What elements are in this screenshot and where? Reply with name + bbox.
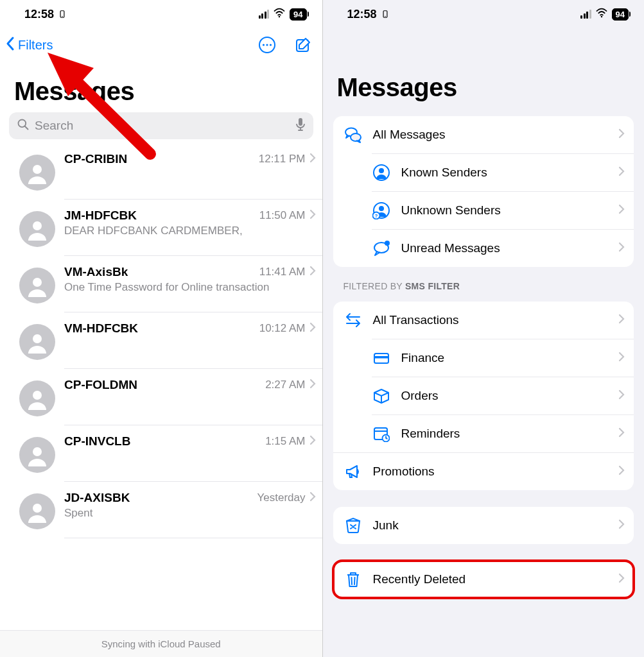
svg-point-1 (62, 16, 62, 17)
conversation-row[interactable]: VM-HDFCBK10:12 AM (0, 312, 322, 369)
filter-unread-messages[interactable]: Unread Messages (372, 229, 634, 267)
chevron-right-icon (618, 313, 625, 327)
filter-all-messages[interactable]: All Messages (333, 116, 634, 153)
trash-icon (344, 570, 363, 589)
chevron-right-icon (618, 203, 625, 218)
filter-junk[interactable]: Junk (333, 507, 634, 544)
chevron-right-icon (618, 389, 625, 403)
conversation-row[interactable]: CP-FOLDMN2:27 AM (0, 369, 322, 425)
filter-recently-deleted[interactable]: Recently Deleted (333, 561, 634, 598)
filter-label: Unknown Senders (401, 203, 609, 218)
avatar-icon (19, 493, 55, 529)
svg-point-19 (600, 15, 602, 17)
chevron-right-icon (309, 491, 316, 505)
conversation-time: 11:50 AM (259, 209, 306, 222)
conversation-name: CP-FOLDMN (64, 378, 137, 392)
compose-button[interactable] (294, 36, 312, 54)
wifi-icon (595, 8, 608, 21)
filter-label: Junk (373, 518, 609, 533)
filter-group-junk: Junk (333, 507, 634, 544)
conversation-time: 2:27 AM (265, 379, 305, 391)
conversation-row[interactable]: JD-AXISBKYesterday Spent (0, 482, 322, 538)
svg-point-4 (262, 44, 264, 46)
filter-group-recently-deleted: Recently Deleted (333, 561, 634, 598)
filter-label: All Transactions (373, 313, 609, 327)
more-menu-button[interactable] (258, 36, 276, 54)
credit-card-icon (372, 348, 391, 368)
page-title: Messages (0, 59, 322, 112)
conversation-row[interactable]: JM-HDFCBK11:50 AM DEAR HDFCBANK CARDMEMB… (0, 200, 322, 256)
phone-right-filters-list: 12:58 94 Messages All Messages (322, 0, 645, 657)
conversation-preview (64, 166, 316, 168)
svg-point-13 (33, 334, 42, 343)
filter-orders[interactable]: Orders (372, 377, 634, 414)
filter-group-main: All Messages Known Senders ? Unknown Sen… (333, 116, 634, 267)
conversation-row[interactable]: CP-INVCLB1:15 AM (0, 425, 322, 482)
svg-point-12 (33, 278, 42, 287)
conversation-row[interactable]: CP-CRIBIN12:11 PM (0, 143, 322, 200)
svg-point-16 (33, 504, 42, 513)
dictation-icon[interactable] (295, 117, 306, 134)
conversation-time: 10:12 AM (259, 322, 306, 335)
svg-rect-31 (374, 356, 388, 359)
conversation-time: 12:11 PM (259, 153, 306, 166)
conversation-row[interactable]: VM-AxisBk11:41 AM One Time Password for … (0, 256, 322, 312)
svg-point-23 (379, 168, 384, 173)
svg-point-18 (385, 16, 385, 17)
person-circle-icon (372, 163, 391, 182)
back-label: Filters (18, 38, 53, 53)
wifi-icon (273, 8, 286, 21)
conversation-preview: DEAR HDFCBANK CARDMEMBER, (64, 223, 316, 237)
search-field[interactable] (9, 112, 313, 139)
chevron-right-icon (309, 266, 316, 279)
conversation-name: VM-AxisBk (64, 265, 128, 279)
filter-unknown-senders[interactable]: ? Unknown Senders (372, 191, 634, 229)
svg-point-29 (385, 241, 390, 246)
cellular-signal-icon (580, 10, 591, 19)
section-header: FILTERED BY SMS FILTER (323, 267, 645, 294)
chevron-right-icon (618, 241, 625, 255)
filter-promotions[interactable]: Promotions (333, 452, 634, 490)
chevron-right-icon (618, 572, 625, 586)
chevron-right-icon (618, 166, 625, 180)
conversation-preview: Spent (64, 505, 316, 520)
sync-status: Syncing with iCloud Paused (0, 630, 322, 657)
conversation-list[interactable]: CP-CRIBIN12:11 PM JM-HDFCBK11:50 AM DEAR… (0, 143, 322, 630)
battery-indicator: 94 (612, 8, 629, 21)
filter-group-sms: All Transactions Finance Orders Reminder… (333, 302, 634, 490)
status-bar: 12:58 94 (323, 0, 645, 28)
filter-label: Reminders (401, 427, 609, 441)
svg-point-6 (269, 44, 271, 46)
search-input[interactable] (35, 119, 290, 133)
filter-all-transactions[interactable]: All Transactions (333, 302, 634, 339)
chevron-right-icon (309, 209, 316, 223)
chevron-right-icon (618, 351, 625, 365)
filter-label: Orders (401, 389, 609, 403)
filter-finance[interactable]: Finance (372, 339, 634, 377)
chevron-right-icon (309, 322, 316, 336)
svg-point-2 (279, 15, 281, 17)
svg-text:?: ? (374, 213, 378, 219)
conversation-preview (64, 392, 316, 394)
filter-label: All Messages (373, 128, 609, 142)
junk-bin-icon (344, 516, 363, 535)
status-time: 12:58 (347, 8, 377, 21)
conversation-name: JM-HDFCBK (64, 209, 137, 223)
filter-label: Finance (401, 351, 609, 365)
chat-bubbles-icon (344, 125, 363, 144)
conversation-time: Yesterday (257, 491, 306, 504)
avatar-icon (19, 324, 55, 360)
svg-point-25 (379, 206, 384, 211)
conversation-preview (64, 336, 316, 337)
avatar-icon (19, 268, 55, 303)
location-indicator-icon (58, 10, 67, 19)
filter-label: Promotions (373, 465, 609, 479)
filter-reminders[interactable]: Reminders (372, 414, 634, 452)
back-filters-button[interactable]: Filters (5, 36, 53, 55)
cellular-signal-icon (259, 10, 270, 19)
filter-known-senders[interactable]: Known Senders (372, 153, 634, 191)
filter-label: Recently Deleted (373, 572, 609, 586)
svg-point-11 (33, 221, 42, 230)
conversation-name: CP-INVCLB (64, 434, 130, 448)
svg-rect-9 (299, 118, 302, 126)
